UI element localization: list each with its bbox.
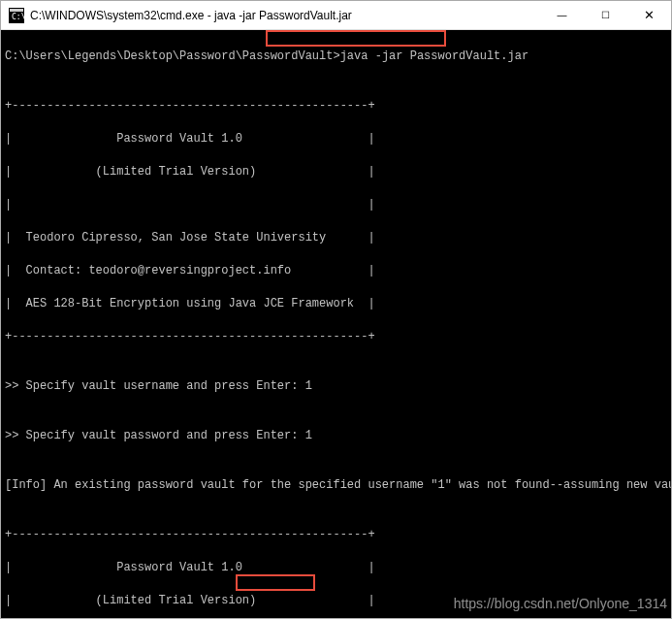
prompt-command: t>java -jar PasswordVault.jar xyxy=(326,49,528,63)
minimize-button[interactable]: — xyxy=(540,1,584,29)
prompt-spec-password: >> Specify vault password and press Ente… xyxy=(5,428,667,444)
cmd-window: C:\ C:\WINDOWS\system32\cmd.exe - java -… xyxy=(0,0,672,619)
window-title: C:\WINDOWS\system32\cmd.exe - java -jar … xyxy=(30,9,540,22)
banner-author: | Teodoro Cipresso, San Jose State Unive… xyxy=(5,230,667,246)
banner-title: | Password Vault 1.0 | xyxy=(5,560,667,576)
banner-encryption: | AES 128-Bit Encryption using Java JCE … xyxy=(5,296,667,312)
banner-border: +---------------------------------------… xyxy=(5,329,667,345)
banner-title: | Password Vault 1.0 | xyxy=(5,131,667,147)
banner-blank: | | xyxy=(5,197,667,213)
svg-rect-1 xyxy=(10,9,23,12)
cmd-icon: C:\ xyxy=(9,8,24,23)
close-button[interactable]: ✕ xyxy=(627,1,671,29)
watermark-text: https://blog.csdn.net/Onlyone_1314 xyxy=(454,596,667,612)
highlight-command-box xyxy=(266,30,446,47)
info-vault-notfound: [Info] An existing password vault for th… xyxy=(5,477,667,494)
window-controls: — ☐ ✕ xyxy=(540,1,671,29)
banner-border: +---------------------------------------… xyxy=(5,98,667,114)
svg-text:C:\: C:\ xyxy=(12,13,24,21)
highlight-option-box xyxy=(236,574,315,591)
banner-subtitle: | (Limited Trial Version) | xyxy=(5,164,667,180)
titlebar[interactable]: C:\ C:\WINDOWS\system32\cmd.exe - java -… xyxy=(1,1,671,30)
prompt-path: C:\Users\Legends\Desktop\Password\Passwo… xyxy=(5,49,326,63)
maximize-button[interactable]: ☐ xyxy=(584,1,627,29)
prompt-line: C:\Users\Legends\Desktop\Password\Passwo… xyxy=(5,49,667,65)
terminal-area[interactable]: C:\Users\Legends\Desktop\Password\Passwo… xyxy=(1,30,671,618)
banner-contact: | Contact: teodoro@reversingproject.info… xyxy=(5,263,667,279)
banner-border: +---------------------------------------… xyxy=(5,527,667,543)
prompt-spec-username: >> Specify vault username and press Ente… xyxy=(5,378,667,395)
